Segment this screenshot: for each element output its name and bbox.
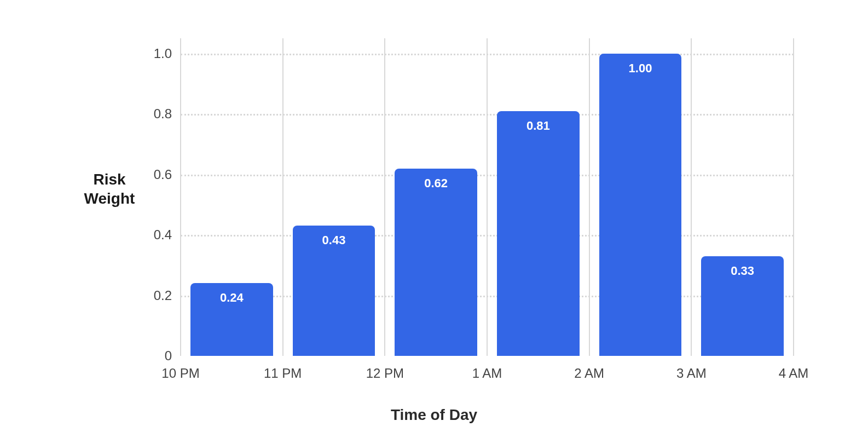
x-tick-label: 11 PM <box>264 366 302 381</box>
bar-value-label: 0.81 <box>497 119 580 133</box>
bar: 0.24 <box>190 283 273 356</box>
y-tick-label: 0.6 <box>139 167 172 182</box>
y-tick-label: 0.2 <box>139 288 172 303</box>
bar: 0.81 <box>497 111 580 356</box>
y-tick-label: 0.8 <box>139 106 172 122</box>
y-tick-label: 1.0 <box>139 46 172 61</box>
v-gridline <box>384 38 385 356</box>
bar: 0.43 <box>293 226 375 356</box>
y-tick-label: 0 <box>139 348 172 364</box>
bar-value-label: 0.24 <box>190 291 273 305</box>
v-gridline <box>589 38 590 356</box>
x-tick-label: 1 AM <box>472 366 502 381</box>
x-axis-title: Time of Day <box>0 406 868 424</box>
bar-value-label: 1.00 <box>599 61 682 76</box>
x-tick-label: 2 AM <box>574 366 604 381</box>
v-gridline <box>487 38 488 356</box>
bar-value-label: 0.33 <box>701 264 784 278</box>
bar-value-label: 0.62 <box>395 176 477 191</box>
v-gridline <box>793 38 794 356</box>
bar: 0.62 <box>395 169 477 356</box>
bar: 1.00 <box>599 54 682 356</box>
y-tick-label: 0.4 <box>139 227 172 243</box>
v-gridline <box>282 38 283 356</box>
x-tick-label: 3 AM <box>676 366 707 381</box>
bar-value-label: 0.43 <box>293 233 375 247</box>
plot-area: 00.20.40.60.81.010 PM11 PM12 PM1 AM2 AM3… <box>181 38 794 356</box>
x-tick-label: 12 PM <box>366 366 404 381</box>
v-gridline <box>691 38 692 356</box>
x-tick-label: 10 PM <box>161 366 199 381</box>
risk-weight-bar-chart: RiskWeight 00.20.40.60.81.010 PM11 PM12 … <box>0 0 868 438</box>
bar: 0.33 <box>701 256 784 356</box>
x-tick-label: 4 AM <box>779 366 809 381</box>
v-gridline <box>180 38 181 356</box>
